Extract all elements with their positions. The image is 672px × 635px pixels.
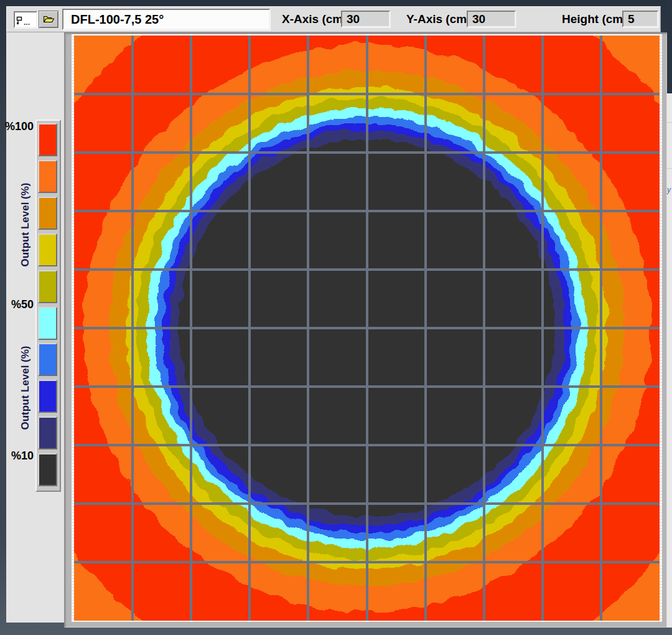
color-swatch — [38, 233, 57, 266]
browse-button[interactable] — [39, 11, 58, 28]
color-swatch — [38, 343, 57, 376]
sliver-separator — [667, 168, 672, 169]
gridline-vertical — [600, 35, 602, 621]
gridline-horizontal — [74, 327, 660, 329]
sliver-dark-segment — [667, 0, 672, 93]
background-window-sliver: y — [667, 0, 672, 628]
color-swatch — [38, 416, 57, 449]
path-icon — [16, 16, 22, 25]
sliver-separator — [667, 122, 672, 123]
color-swatch — [38, 160, 57, 193]
open-folder-icon — [43, 15, 55, 24]
tick-label-50: %50 — [5, 298, 34, 311]
title-display[interactable]: DFL-100-7,5 25° — [62, 9, 270, 30]
gridline-vertical — [483, 35, 485, 621]
height-label: Height (cm) — [562, 6, 627, 32]
gridline-horizontal — [74, 502, 660, 505]
output-level-label-lower: Output Level (%) — [19, 346, 32, 430]
gridline-horizontal — [74, 385, 660, 388]
y-axis-label: Y-Axis (cm) — [406, 6, 470, 32]
plot-panel — [64, 32, 667, 628]
plot-frame — [72, 34, 662, 622]
color-swatch — [38, 453, 57, 486]
tick-label-100: %100 — [5, 120, 34, 133]
x-axis-input[interactable]: 30 — [341, 11, 390, 27]
gridline-vertical — [541, 35, 544, 621]
x-axis-label: X-Axis (cm) — [282, 6, 347, 32]
color-swatch — [38, 380, 57, 413]
gridline-horizontal — [74, 561, 660, 563]
color-swatch — [38, 123, 57, 156]
height-input[interactable]: 5 — [622, 11, 658, 27]
path-ellipsis: ... — [24, 20, 30, 25]
tick-label-10: %10 — [5, 449, 34, 463]
heatmap-grid — [74, 35, 660, 621]
y-axis-input[interactable]: 30 — [467, 11, 516, 27]
color-swatch — [38, 270, 57, 303]
gridline-vertical — [424, 35, 427, 621]
path-control[interactable]: ... — [14, 11, 37, 28]
color-scale — [35, 120, 61, 492]
output-level-label-upper: Output Level (%) — [19, 182, 32, 266]
heatmap — [74, 35, 660, 621]
color-swatch — [38, 197, 57, 230]
color-swatch — [38, 307, 57, 340]
toolbar: ... DFL-100-7,5 25° X-Axis (cm) 30 Y-Axi… — [6, 6, 661, 32]
window-frame: { "toolbar": { "path_control": {"value":… — [0, 0, 672, 635]
clipped-window-label: y — [667, 186, 671, 194]
gridline-horizontal — [74, 444, 660, 446]
